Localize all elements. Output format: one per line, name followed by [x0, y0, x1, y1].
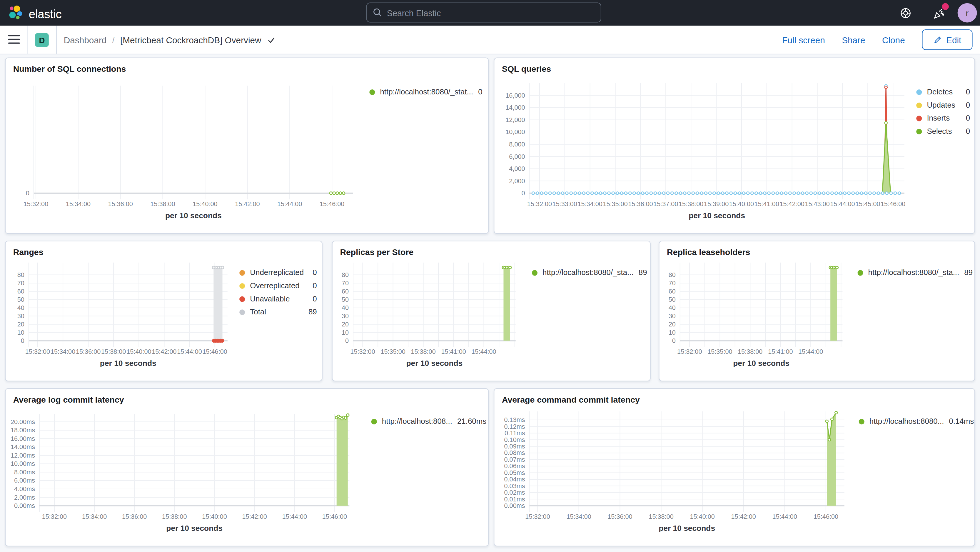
- svg-text:40: 40: [669, 304, 676, 312]
- full-screen-button[interactable]: Full screen: [782, 35, 825, 45]
- svg-text:0: 0: [21, 337, 24, 344]
- global-search[interactable]: [366, 3, 601, 23]
- legend-color-dot: [239, 309, 245, 315]
- svg-text:15:38:00: 15:38:00: [679, 200, 703, 208]
- svg-text:80: 80: [342, 271, 349, 278]
- svg-text:15:38:00: 15:38:00: [150, 200, 175, 208]
- legend-item-overreplicated[interactable]: Overreplicated 0: [239, 282, 317, 290]
- svg-text:per 10 seconds: per 10 seconds: [165, 211, 222, 220]
- breadcrumb-separator: /: [112, 35, 115, 45]
- panel-title: Replica leaseholders: [667, 248, 750, 257]
- replicas-per-store-chart[interactable]: 0102030405060708015:32:0015:35:0015:38:0…: [332, 242, 650, 381]
- svg-text:0.06ms: 0.06ms: [504, 462, 525, 470]
- svg-text:15:43:00: 15:43:00: [805, 200, 829, 208]
- svg-text:60: 60: [18, 288, 24, 295]
- svg-text:15:40:00: 15:40:00: [690, 513, 714, 520]
- svg-text:0.09ms: 0.09ms: [504, 442, 525, 450]
- svg-text:15:32:00: 15:32:00: [350, 348, 375, 355]
- panel-title: SQL queries: [502, 64, 551, 74]
- legend-item[interactable]: http://localhost:8080/_sta... 89: [858, 269, 970, 277]
- edit-button[interactable]: Edit: [922, 29, 972, 50]
- menu-button[interactable]: [8, 35, 20, 45]
- space-badge[interactable]: D: [35, 33, 49, 47]
- legend-item-inserts[interactable]: Inserts 0: [916, 115, 970, 122]
- user-avatar[interactable]: r: [958, 3, 977, 23]
- chart-legend: http://localhost:8080/_stat... 0: [369, 88, 480, 96]
- panel-replicas-per-store: Replicas per Store 0102030405060708015:3…: [332, 240, 651, 381]
- svg-text:60: 60: [669, 288, 676, 295]
- legend-color-dot: [369, 89, 375, 95]
- svg-text:15:42:00: 15:42:00: [242, 513, 267, 520]
- svg-text:15:46:00: 15:46:00: [322, 513, 347, 520]
- panel-title: Average command commit latency: [502, 395, 640, 404]
- svg-text:0: 0: [672, 337, 676, 344]
- svg-text:15:36:00: 15:36:00: [108, 200, 133, 208]
- svg-text:2.00ms: 2.00ms: [14, 494, 35, 501]
- panel-number-of-sql-connections: Number of SQL connections 015:32:0015:34…: [5, 58, 489, 234]
- svg-text:2,000: 2,000: [509, 177, 525, 185]
- svg-text:0.12ms: 0.12ms: [504, 423, 525, 430]
- svg-text:15:40:00: 15:40:00: [202, 513, 227, 520]
- search-input[interactable]: [386, 4, 595, 23]
- elastic-logo-text: elastic: [29, 7, 62, 21]
- toolbar-actions: Full screen Share Clone Edit: [782, 25, 972, 54]
- svg-text:70: 70: [669, 279, 676, 287]
- replica-leaseholders-chart[interactable]: 0102030405060708015:32:0015:35:0015:38:0…: [660, 242, 974, 381]
- svg-text:15:41:00: 15:41:00: [768, 348, 793, 355]
- svg-text:16.00ms: 16.00ms: [11, 435, 35, 442]
- legend-item[interactable]: http://localhost:8080... 0.14ms: [859, 418, 970, 425]
- svg-text:20: 20: [342, 321, 349, 328]
- legend-color-dot: [239, 283, 245, 288]
- svg-text:15:39:00: 15:39:00: [704, 200, 729, 208]
- sql-connections-chart[interactable]: 015:32:0015:34:0015:36:0015:38:0015:40:0…: [6, 58, 488, 233]
- elastic-logo[interactable]: elastic: [8, 5, 62, 24]
- breadcrumb-dashboard[interactable]: Dashboard: [64, 35, 107, 45]
- svg-text:30: 30: [669, 312, 676, 320]
- legend-color-dot: [858, 270, 863, 275]
- clone-button[interactable]: Clone: [882, 35, 905, 45]
- svg-text:15:40:00: 15:40:00: [126, 348, 151, 355]
- svg-text:80: 80: [18, 271, 24, 278]
- svg-text:15:35:00: 15:35:00: [603, 200, 627, 208]
- legend-item[interactable]: http://localhost:8080/_sta... 89: [532, 269, 643, 277]
- svg-text:30: 30: [342, 312, 349, 320]
- news-party-icon[interactable]: [933, 8, 945, 22]
- svg-text:14.00ms: 14.00ms: [11, 443, 35, 450]
- avatar-letter: r: [966, 8, 969, 18]
- avg-command-commit-latency-chart[interactable]: 0.00ms0.01ms0.02ms0.03ms0.04ms0.05ms0.06…: [494, 389, 974, 546]
- svg-text:15:35:00: 15:35:00: [708, 348, 732, 355]
- svg-text:10.00ms: 10.00ms: [11, 460, 35, 467]
- legend-item-deletes[interactable]: Deletes 0: [916, 88, 970, 96]
- avg-log-commit-latency-chart[interactable]: 0.00ms2.00ms4.00ms6.00ms8.00ms10.00ms12.…: [6, 389, 488, 546]
- legend-item-unavailable[interactable]: Unavailable 0: [239, 295, 317, 302]
- title-checkmark-icon[interactable]: [267, 35, 276, 44]
- svg-text:0.07ms: 0.07ms: [504, 456, 525, 463]
- svg-text:15:42:00: 15:42:00: [780, 200, 804, 208]
- legend-item-updates[interactable]: Updates 0: [916, 101, 970, 109]
- pencil-icon: [933, 35, 942, 44]
- svg-text:20.00ms: 20.00ms: [11, 418, 35, 426]
- notification-badge: [942, 3, 948, 10]
- legend-item-total[interactable]: Total 89: [239, 308, 317, 316]
- share-button[interactable]: Share: [842, 35, 865, 45]
- svg-text:15:42:00: 15:42:00: [731, 513, 756, 520]
- svg-text:12.00ms: 12.00ms: [11, 452, 35, 459]
- legend-item[interactable]: http://localhost:808... 21.60ms: [371, 418, 482, 425]
- panel-title: Number of SQL connections: [13, 64, 126, 74]
- svg-text:0: 0: [26, 189, 29, 197]
- legend-item-selects[interactable]: Selects 0: [916, 128, 970, 135]
- legend-item[interactable]: http://localhost:8080/_stat... 0: [369, 88, 480, 96]
- panel-average-log-commit-latency: Average log commit latency 0.00ms2.00ms4…: [5, 388, 489, 546]
- svg-text:0.02ms: 0.02ms: [504, 489, 525, 496]
- svg-text:50: 50: [18, 296, 24, 303]
- legend-item-underreplicated[interactable]: Underreplicated 0: [239, 269, 317, 277]
- svg-text:10: 10: [669, 329, 676, 336]
- chart-legend: http://localhost:8080/_sta... 89: [532, 269, 643, 277]
- sql-queries-chart[interactable]: 02,0004,0006,0008,00010,00012,00014,0001…: [494, 58, 974, 233]
- legend-color-dot: [916, 89, 922, 95]
- help-icon[interactable]: [900, 8, 911, 21]
- chart-legend: Underreplicated 0 Overreplicated 0 Unava…: [239, 269, 317, 315]
- svg-text:50: 50: [669, 296, 676, 303]
- svg-text:per 10 seconds: per 10 seconds: [733, 359, 789, 367]
- svg-text:6.00ms: 6.00ms: [14, 477, 35, 484]
